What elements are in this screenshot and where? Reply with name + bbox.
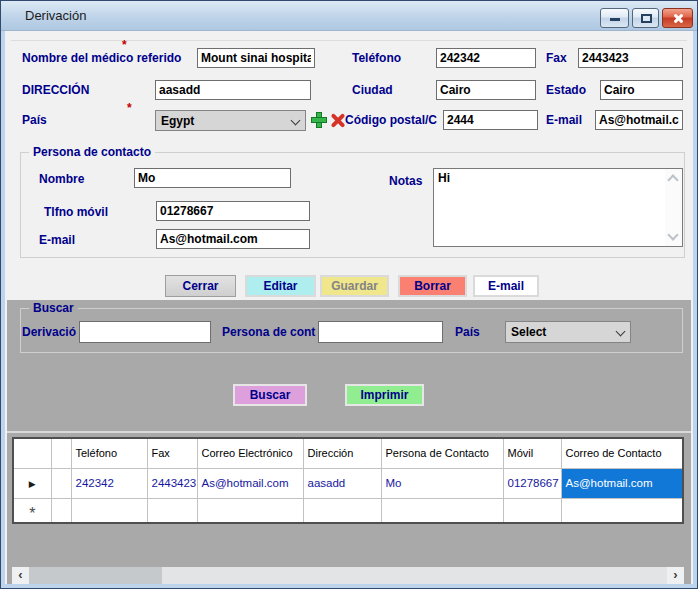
maximize-icon: [641, 14, 652, 23]
delete-button[interactable]: Borrar: [398, 275, 467, 297]
contact-mobile-input[interactable]: [156, 201, 310, 221]
column-header-selector[interactable]: [13, 438, 51, 468]
scroll-right-button[interactable]: ›: [667, 567, 684, 584]
required-asterisk-icon: *: [127, 104, 132, 112]
contact-name-label: Nombre: [39, 172, 84, 186]
close-button[interactable]: [662, 8, 693, 28]
grid-cell[interactable]: [197, 498, 303, 523]
send-email-button[interactable]: E-mail: [473, 275, 539, 297]
results-grid: Teléfono Fax Correo Electrónico Direcció…: [12, 437, 684, 524]
city-input[interactable]: [436, 80, 536, 100]
contact-email-input[interactable]: [156, 229, 310, 249]
scroll-left-button[interactable]: ‹: [12, 567, 29, 584]
close-record-button[interactable]: Cerrar: [165, 275, 236, 297]
contact-group-title: Persona de contacto: [29, 145, 155, 159]
country-label: País: [22, 113, 47, 127]
referred-doctor-label: Nombre del médico referido: [22, 51, 181, 65]
city-label: Ciudad: [352, 83, 393, 97]
state-input[interactable]: [600, 80, 683, 100]
contact-mobile-label: Tlfno móvil: [44, 205, 108, 219]
grid-cell[interactable]: [561, 498, 683, 523]
phone-input[interactable]: [436, 48, 536, 68]
horizontal-scrollbar[interactable]: ‹ ›: [12, 567, 684, 584]
title-bar[interactable]: Derivación: [1, 1, 697, 31]
search-country-label: País: [455, 325, 480, 339]
grid-cell[interactable]: [51, 468, 71, 498]
window-title: Derivación: [25, 8, 86, 23]
phone-label: Teléfono: [352, 51, 401, 65]
search-country-select-value: Select: [511, 325, 546, 339]
print-button[interactable]: Imprimir: [345, 384, 424, 406]
grid-cell[interactable]: [303, 498, 381, 523]
chevron-down-icon: [616, 327, 626, 337]
notes-textarea[interactable]: Hi: [433, 168, 683, 247]
grid-cell[interactable]: [71, 498, 147, 523]
results-panel: Teléfono Fax Correo Electrónico Direcció…: [7, 431, 691, 584]
add-country-icon[interactable]: [311, 112, 327, 128]
email-label: E-mail: [546, 113, 582, 127]
form-content: * Nombre del médico referido Teléfono Fa…: [5, 31, 693, 584]
scroll-up-icon[interactable]: [667, 174, 678, 185]
address-input[interactable]: [155, 80, 311, 100]
selected-cell[interactable]: As@hotmail.com: [561, 468, 683, 498]
chevron-down-icon: [291, 116, 301, 126]
grid-cell[interactable]: aasadd: [303, 468, 381, 498]
maximize-button[interactable]: [632, 8, 659, 28]
postal-code-input[interactable]: [443, 110, 538, 130]
search-button[interactable]: Buscar: [233, 384, 307, 406]
search-contact-input[interactable]: [318, 321, 443, 343]
column-header-persona[interactable]: Persona de Contacto: [381, 438, 503, 468]
column-header-movil[interactable]: Móvil: [503, 438, 561, 468]
scrollbar-thumb[interactable]: [162, 567, 667, 584]
fax-input[interactable]: [578, 48, 683, 68]
minimize-button[interactable]: [600, 8, 629, 28]
edit-button[interactable]: Editar: [245, 275, 316, 297]
grid-cell[interactable]: As@hotmail.com: [197, 468, 303, 498]
grid-cell[interactable]: 2443423: [147, 468, 197, 498]
fax-label: Fax: [546, 51, 567, 65]
grid-header-row: Teléfono Fax Correo Electrónico Direcció…: [13, 438, 683, 468]
required-asterisk-icon: *: [122, 41, 127, 49]
current-row-icon: ▶: [29, 479, 36, 489]
address-label: DIRECCIÓN: [22, 83, 89, 97]
grid-cell[interactable]: 01278667: [503, 468, 561, 498]
row-selector-cell[interactable]: *: [13, 498, 51, 523]
country-select-value: Egypt: [161, 114, 194, 128]
row-selector-cell[interactable]: ▶: [13, 468, 51, 498]
column-header-blank[interactable]: [51, 438, 71, 468]
search-country-select[interactable]: Select: [505, 321, 631, 343]
state-label: Estado: [546, 83, 586, 97]
grid-cell[interactable]: [503, 498, 561, 523]
search-derivation-input[interactable]: [79, 321, 211, 343]
contact-name-input[interactable]: [134, 168, 291, 188]
column-header-telefono[interactable]: Teléfono: [71, 438, 147, 468]
grid-cell[interactable]: [51, 498, 71, 523]
grid-cell[interactable]: [381, 498, 503, 523]
grid-cell[interactable]: Mo: [381, 468, 503, 498]
grid-cell[interactable]: [147, 498, 197, 523]
scroll-down-icon[interactable]: [667, 229, 678, 240]
grid-cell[interactable]: 242342: [71, 468, 147, 498]
search-contact-label: Persona de cont: [222, 325, 315, 339]
search-derivation-label: Derivació: [22, 325, 76, 339]
search-panel: Buscar Derivació Persona de cont País Se…: [7, 300, 691, 431]
postal-code-label: Código postal/C: [345, 113, 443, 127]
contact-groupbox: Persona de contacto Nombre Tlfno móvil E…: [20, 152, 685, 258]
email-input[interactable]: [595, 110, 683, 130]
column-header-fax[interactable]: Fax: [147, 438, 197, 468]
delete-country-icon[interactable]: [330, 113, 345, 128]
column-header-correo[interactable]: Correo Electrónico: [197, 438, 303, 468]
save-button[interactable]: Guardar: [320, 275, 389, 297]
country-select[interactable]: Egypt: [155, 110, 306, 131]
contact-email-label: E-mail: [39, 233, 75, 247]
caption-buttons: [600, 8, 693, 28]
column-header-correo-contacto[interactable]: Correo de Contacto: [561, 438, 683, 468]
notes-scrollbar[interactable]: [665, 169, 682, 246]
notes-text: Hi: [438, 171, 662, 185]
grid-row-new: *: [13, 498, 683, 523]
referred-doctor-input[interactable]: [197, 48, 315, 68]
notes-label: Notas: [389, 174, 422, 188]
column-header-direccion[interactable]: Dirección: [303, 438, 381, 468]
minimize-icon: [610, 18, 620, 21]
new-row-icon: *: [29, 505, 35, 522]
